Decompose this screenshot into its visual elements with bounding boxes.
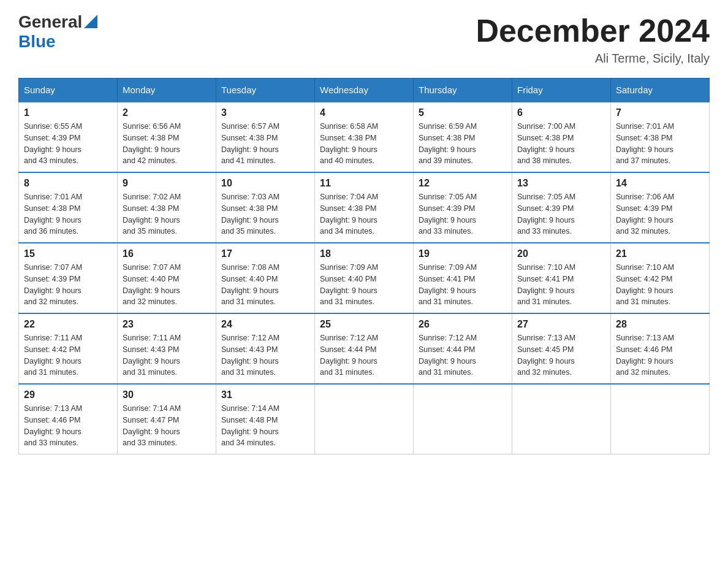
day-info: Sunrise: 7:10 AMSunset: 4:41 PMDaylight:… (517, 262, 605, 308)
calendar-cell: 12Sunrise: 7:05 AMSunset: 4:39 PMDayligh… (414, 172, 512, 243)
month-title: December 2024 (476, 12, 710, 49)
header-monday: Monday (118, 79, 216, 102)
location: Ali Terme, Sicily, Italy (476, 52, 710, 66)
calendar-cell: 22Sunrise: 7:11 AMSunset: 4:42 PMDayligh… (19, 313, 118, 384)
day-info: Sunrise: 7:00 AMSunset: 4:38 PMDaylight:… (517, 121, 605, 167)
calendar-cell (512, 384, 611, 454)
day-number: 22 (24, 319, 112, 330)
day-info: Sunrise: 7:04 AMSunset: 4:38 PMDaylight:… (320, 191, 408, 237)
header-saturday: Saturday (611, 79, 710, 102)
calendar-cell (611, 384, 710, 454)
header-thursday: Thursday (414, 79, 512, 102)
calendar-week-4: 22Sunrise: 7:11 AMSunset: 4:42 PMDayligh… (19, 313, 710, 384)
day-info: Sunrise: 7:13 AMSunset: 4:46 PMDaylight:… (24, 403, 112, 449)
calendar-cell (414, 384, 512, 454)
day-number: 16 (123, 248, 211, 259)
calendar-cell: 26Sunrise: 7:12 AMSunset: 4:44 PMDayligh… (414, 313, 512, 384)
calendar-week-1: 1Sunrise: 6:55 AMSunset: 4:39 PMDaylight… (19, 102, 710, 172)
day-info: Sunrise: 7:13 AMSunset: 4:45 PMDaylight:… (517, 332, 605, 378)
day-number: 24 (221, 319, 309, 330)
day-number: 3 (221, 107, 309, 118)
day-info: Sunrise: 7:03 AMSunset: 4:38 PMDaylight:… (221, 191, 309, 237)
day-info: Sunrise: 7:12 AMSunset: 4:44 PMDaylight:… (419, 332, 507, 378)
day-info: Sunrise: 7:07 AMSunset: 4:40 PMDaylight:… (123, 262, 211, 308)
day-number: 7 (616, 107, 704, 118)
logo-general: General (18, 12, 82, 32)
day-number: 18 (320, 248, 408, 259)
calendar-week-3: 15Sunrise: 7:07 AMSunset: 4:39 PMDayligh… (19, 243, 710, 313)
day-number: 23 (123, 319, 211, 330)
calendar-cell: 28Sunrise: 7:13 AMSunset: 4:46 PMDayligh… (611, 313, 710, 384)
title-section: December 2024 Ali Terme, Sicily, Italy (476, 12, 710, 66)
calendar-week-5: 29Sunrise: 7:13 AMSunset: 4:46 PMDayligh… (19, 384, 710, 454)
day-number: 27 (517, 319, 605, 330)
header-sunday: Sunday (19, 79, 118, 102)
day-number: 17 (221, 248, 309, 259)
calendar-cell: 2Sunrise: 6:56 AMSunset: 4:38 PMDaylight… (118, 102, 216, 172)
calendar-cell: 27Sunrise: 7:13 AMSunset: 4:45 PMDayligh… (512, 313, 611, 384)
day-info: Sunrise: 6:56 AMSunset: 4:38 PMDaylight:… (123, 121, 211, 167)
day-info: Sunrise: 7:05 AMSunset: 4:39 PMDaylight:… (419, 191, 507, 237)
calendar-cell: 16Sunrise: 7:07 AMSunset: 4:40 PMDayligh… (118, 243, 216, 313)
day-info: Sunrise: 7:14 AMSunset: 4:47 PMDaylight:… (123, 403, 211, 449)
day-number: 5 (419, 107, 507, 118)
day-info: Sunrise: 7:08 AMSunset: 4:40 PMDaylight:… (221, 262, 309, 308)
day-info: Sunrise: 7:06 AMSunset: 4:39 PMDaylight:… (616, 191, 704, 237)
day-info: Sunrise: 6:59 AMSunset: 4:38 PMDaylight:… (419, 121, 507, 167)
header-tuesday: Tuesday (216, 79, 315, 102)
calendar-cell (315, 384, 414, 454)
day-number: 8 (24, 178, 112, 189)
day-number: 28 (616, 319, 704, 330)
day-number: 25 (320, 319, 408, 330)
calendar-cell: 24Sunrise: 7:12 AMSunset: 4:43 PMDayligh… (216, 313, 315, 384)
day-number: 4 (320, 107, 408, 118)
calendar-cell: 13Sunrise: 7:05 AMSunset: 4:39 PMDayligh… (512, 172, 611, 243)
calendar-cell: 31Sunrise: 7:14 AMSunset: 4:48 PMDayligh… (216, 384, 315, 454)
day-number: 20 (517, 248, 605, 259)
calendar-cell: 9Sunrise: 7:02 AMSunset: 4:38 PMDaylight… (118, 172, 216, 243)
day-info: Sunrise: 7:14 AMSunset: 4:48 PMDaylight:… (221, 403, 309, 449)
day-number: 15 (24, 248, 112, 259)
calendar-cell: 5Sunrise: 6:59 AMSunset: 4:38 PMDaylight… (414, 102, 512, 172)
svg-marker-0 (84, 15, 97, 28)
day-number: 11 (320, 178, 408, 189)
logo: General Blue (18, 12, 97, 52)
day-info: Sunrise: 6:57 AMSunset: 4:38 PMDaylight:… (221, 121, 309, 167)
day-info: Sunrise: 7:11 AMSunset: 4:42 PMDaylight:… (24, 332, 112, 378)
calendar-cell: 10Sunrise: 7:03 AMSunset: 4:38 PMDayligh… (216, 172, 315, 243)
day-number: 29 (24, 389, 112, 400)
calendar-header-row: SundayMondayTuesdayWednesdayThursdayFrid… (19, 79, 710, 102)
calendar-table: SundayMondayTuesdayWednesdayThursdayFrid… (18, 78, 710, 454)
day-number: 10 (221, 178, 309, 189)
calendar-cell: 30Sunrise: 7:14 AMSunset: 4:47 PMDayligh… (118, 384, 216, 454)
day-number: 31 (221, 389, 309, 400)
day-number: 6 (517, 107, 605, 118)
day-info: Sunrise: 7:07 AMSunset: 4:39 PMDaylight:… (24, 262, 112, 308)
calendar-cell: 14Sunrise: 7:06 AMSunset: 4:39 PMDayligh… (611, 172, 710, 243)
day-number: 2 (123, 107, 211, 118)
day-number: 21 (616, 248, 704, 259)
calendar-cell: 19Sunrise: 7:09 AMSunset: 4:41 PMDayligh… (414, 243, 512, 313)
day-number: 19 (419, 248, 507, 259)
calendar-cell: 8Sunrise: 7:01 AMSunset: 4:38 PMDaylight… (19, 172, 118, 243)
day-info: Sunrise: 7:01 AMSunset: 4:38 PMDaylight:… (24, 191, 112, 237)
day-info: Sunrise: 6:55 AMSunset: 4:39 PMDaylight:… (24, 121, 112, 167)
day-info: Sunrise: 7:11 AMSunset: 4:43 PMDaylight:… (123, 332, 211, 378)
day-info: Sunrise: 7:12 AMSunset: 4:43 PMDaylight:… (221, 332, 309, 378)
calendar-week-2: 8Sunrise: 7:01 AMSunset: 4:38 PMDaylight… (19, 172, 710, 243)
calendar-cell: 18Sunrise: 7:09 AMSunset: 4:40 PMDayligh… (315, 243, 414, 313)
header-friday: Friday (512, 79, 611, 102)
calendar-cell: 17Sunrise: 7:08 AMSunset: 4:40 PMDayligh… (216, 243, 315, 313)
calendar-cell: 25Sunrise: 7:12 AMSunset: 4:44 PMDayligh… (315, 313, 414, 384)
day-number: 14 (616, 178, 704, 189)
calendar-cell: 1Sunrise: 6:55 AMSunset: 4:39 PMDaylight… (19, 102, 118, 172)
logo-blue: Blue (18, 32, 56, 51)
calendar-cell: 21Sunrise: 7:10 AMSunset: 4:42 PMDayligh… (611, 243, 710, 313)
day-info: Sunrise: 7:12 AMSunset: 4:44 PMDaylight:… (320, 332, 408, 378)
calendar-cell: 6Sunrise: 7:00 AMSunset: 4:38 PMDaylight… (512, 102, 611, 172)
calendar-cell: 15Sunrise: 7:07 AMSunset: 4:39 PMDayligh… (19, 243, 118, 313)
calendar-cell: 29Sunrise: 7:13 AMSunset: 4:46 PMDayligh… (19, 384, 118, 454)
calendar-cell: 4Sunrise: 6:58 AMSunset: 4:38 PMDaylight… (315, 102, 414, 172)
calendar-cell: 20Sunrise: 7:10 AMSunset: 4:41 PMDayligh… (512, 243, 611, 313)
header-wednesday: Wednesday (315, 79, 414, 102)
